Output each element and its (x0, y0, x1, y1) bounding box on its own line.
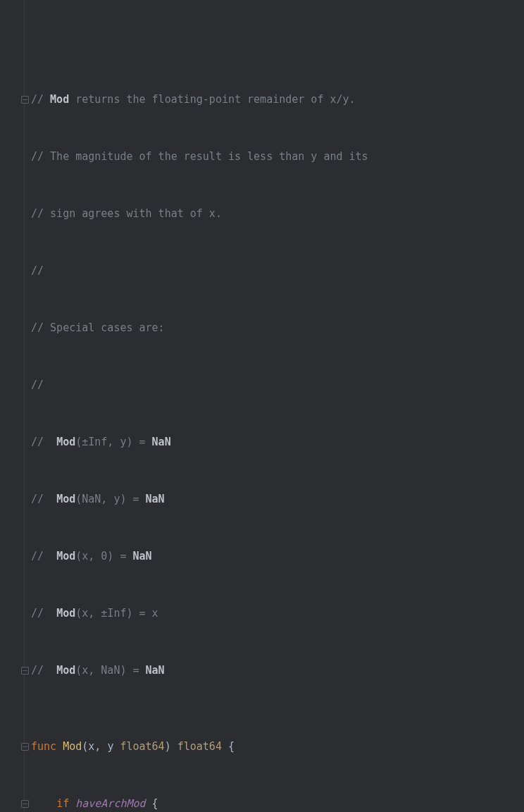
gutter-rail (24, 0, 25, 812)
comment: // Mod(x, 0) = NaN (31, 550, 152, 562)
comment: // Special cases are: (31, 321, 165, 334)
fold-icon[interactable] (21, 96, 29, 104)
code-line: func Mod(x, y float64) float64 { (31, 737, 524, 756)
comment: // Mod(x, ±Inf) = x (31, 607, 158, 620)
code-line: // (31, 376, 524, 395)
comment: // Mod(x, NaN) = NaN (31, 664, 165, 677)
code-line: // sign agrees with that of x. (31, 204, 524, 223)
type: float64 (177, 740, 222, 753)
code-line: // The magnitude of the result is less t… (31, 147, 524, 166)
comment: // (31, 264, 44, 277)
comment: // Mod returns the floating-point remain… (31, 93, 356, 106)
fold-icon[interactable] (21, 743, 29, 751)
code-line: // Mod returns the floating-point remain… (31, 90, 524, 109)
keyword: if (56, 797, 69, 810)
type: float64 (120, 740, 164, 753)
code-line: // Mod(NaN, y) = NaN (31, 490, 524, 509)
code-line: // Mod(x, 0) = NaN (31, 547, 524, 566)
comment: // (31, 379, 44, 391)
fold-icon[interactable] (21, 800, 29, 808)
code-line: // Mod(x, ±Inf) = x (31, 604, 524, 623)
code-line: // Special cases are: (31, 319, 524, 338)
comment: // The magnitude of the result is less t… (31, 150, 368, 163)
code-line: // Mod(x, NaN) = NaN (31, 661, 524, 680)
keyword: func (31, 740, 56, 753)
code-line: // (31, 262, 524, 281)
comment: // Mod(±Inf, y) = NaN (31, 436, 171, 448)
comment: // Mod(NaN, y) = NaN (31, 493, 165, 505)
identifier: haveArchMod (75, 797, 145, 810)
code-editor[interactable]: // Mod returns the floating-point remain… (0, 0, 524, 812)
fold-icon[interactable] (21, 667, 29, 675)
comment: // sign agrees with that of x. (31, 207, 222, 220)
code-line: // Mod(±Inf, y) = NaN (31, 433, 524, 452)
func-name: Mod (63, 740, 82, 753)
code-line: if haveArchMod { (31, 794, 524, 812)
